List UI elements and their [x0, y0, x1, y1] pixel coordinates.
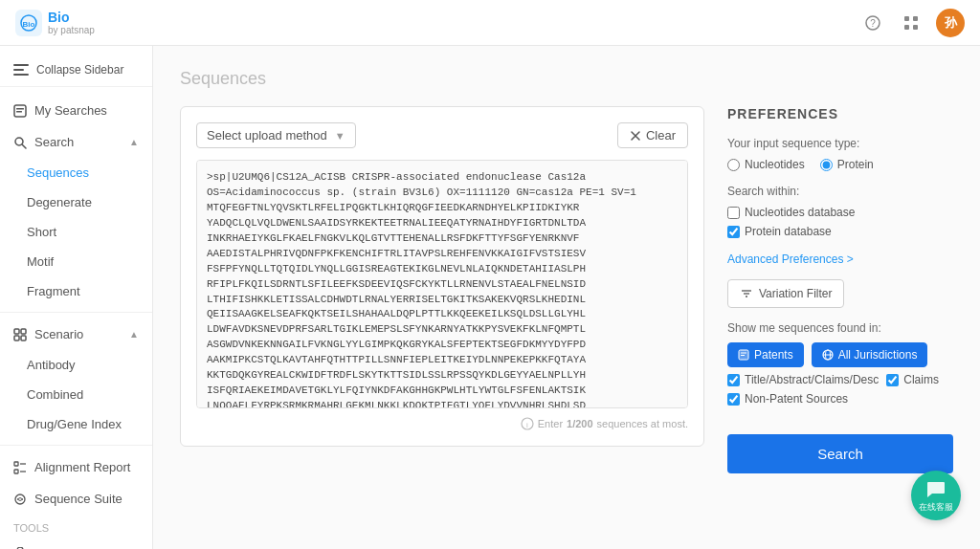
nucleotides-radio[interactable]: Nucleotides — [727, 158, 805, 171]
sidebar-item-scenario[interactable]: Scenario ▲ — [0, 318, 152, 350]
collapse-sidebar-button[interactable]: Collapse Sidebar — [0, 54, 152, 87]
title-abstract-checkbox-input[interactable] — [727, 374, 740, 386]
svg-rect-4 — [904, 16, 909, 21]
protein-db-label: Protein database — [745, 225, 832, 238]
preferences-title: PREFERENCES — [727, 106, 953, 121]
claims-checkbox[interactable]: Claims — [886, 373, 939, 386]
protein-radio-input[interactable] — [820, 159, 833, 171]
sidebar-sub-item-motif[interactable]: Motif — [0, 247, 152, 276]
sequences-sub-label: Sequences — [27, 165, 89, 180]
top-bar-left: Bio Bio by patsnap — [15, 10, 95, 36]
patents-button[interactable]: Patents — [727, 342, 804, 367]
motif-sub-label: Motif — [27, 254, 54, 269]
seq-footer: i Enter 1/200 sequences at most. — [196, 417, 688, 430]
svg-rect-8 — [13, 64, 29, 66]
svg-text:?: ? — [870, 18, 876, 29]
all-jurisdictions-button[interactable]: All Jurisdictions — [812, 342, 928, 367]
sidebar-item-sequence-suite[interactable]: Sequence Suite — [0, 483, 152, 515]
seq-count: 1/200 — [567, 418, 593, 429]
patents-label: Patents — [754, 348, 793, 362]
sidebar-item-search[interactable]: Search ▲ — [0, 126, 152, 158]
sequence-textarea[interactable] — [196, 160, 688, 408]
protein-db-checkbox-input[interactable] — [727, 226, 740, 238]
sidebar: Collapse Sidebar My Searches Search ▲ — [0, 46, 153, 549]
svg-rect-6 — [904, 25, 909, 30]
sidebar-item-alignment-report[interactable]: Alignment Report — [0, 451, 152, 483]
logo-icon: Bio — [15, 10, 42, 36]
sidebar-item-workspace[interactable]: Workspace — [0, 538, 152, 549]
nucleotides-radio-label: Nucleotides — [745, 158, 805, 171]
sequence-suite-label: Sequence Suite — [34, 492, 122, 506]
tools-section-label: Tools — [0, 515, 152, 538]
non-patent-label: Non-Patent Sources — [745, 392, 848, 406]
sidebar-sub-item-antibody[interactable]: Antibody — [0, 350, 152, 380]
protein-radio-label: Protein — [837, 158, 874, 171]
svg-line-15 — [23, 144, 27, 148]
nucleotides-db-checkbox[interactable]: Nucleotides database — [727, 206, 953, 219]
page-title: Sequences — [180, 69, 953, 89]
grid-button[interactable] — [898, 10, 924, 36]
claims-label: Claims — [903, 373, 939, 386]
patents-icon — [738, 349, 749, 361]
sequences-panel: Select upload method ▼ Clear — [180, 106, 704, 473]
logo-text: Bio — [48, 10, 95, 25]
advanced-preferences-link[interactable]: Advanced Preferences > — [727, 253, 854, 266]
clear-btn-label: Clear — [646, 128, 676, 143]
variation-filter-label: Variation Filter — [759, 287, 832, 300]
clear-icon — [630, 130, 641, 142]
found-row-1: Patents All Jurisdictions — [727, 342, 953, 367]
upload-row: Select upload method ▼ Clear — [196, 122, 688, 148]
title-abstract-checkbox[interactable]: Title/Abstract/Claims/Desc — [727, 373, 879, 386]
upload-method-chevron-icon: ▼ — [335, 130, 345, 142]
search-within-label: Search within: — [727, 185, 953, 198]
nucleotides-radio-input[interactable] — [727, 159, 740, 171]
sidebar-sub-item-sequences[interactable]: Sequences — [0, 158, 152, 187]
sidebar-sub-item-degenerate[interactable]: Degenerate — [0, 187, 152, 217]
live-chat-button[interactable]: 在线客服 — [911, 471, 961, 520]
svg-rect-10 — [13, 74, 29, 76]
help-button[interactable]: ? — [859, 10, 886, 36]
short-sub-label: Short — [27, 225, 56, 239]
variation-filter-section: Variation Filter — [727, 279, 953, 308]
sidebar-divider-1 — [0, 312, 152, 313]
fragment-sub-label: Fragment — [27, 284, 80, 298]
input-seq-type-label: Your input sequence type: — [727, 137, 953, 150]
sidebar-sub-item-fragment[interactable]: Fragment — [0, 276, 152, 306]
input-seq-type-section: Your input sequence type: Nucleotides Pr… — [727, 137, 953, 171]
sidebar-sub-item-combined[interactable]: Combined — [0, 380, 152, 409]
alignment-report-label: Alignment Report — [34, 460, 130, 474]
variation-filter-icon — [740, 287, 753, 300]
protein-radio[interactable]: Protein — [820, 158, 874, 171]
svg-rect-17 — [21, 329, 26, 334]
upload-method-label: Select upload method — [207, 128, 327, 143]
avatar[interactable]: 孙 — [936, 9, 965, 37]
all-jurisdictions-label: All Jurisdictions — [838, 348, 918, 362]
info-icon: i — [521, 417, 534, 430]
svg-point-14 — [15, 138, 23, 145]
sidebar-item-my-searches[interactable]: My Searches — [0, 95, 152, 126]
variation-filter-button[interactable]: Variation Filter — [727, 279, 844, 308]
clear-button[interactable]: Clear — [617, 122, 688, 148]
search-chevron-icon: ▲ — [129, 137, 139, 147]
adv-prefs-section: Advanced Preferences > — [727, 252, 953, 266]
svg-rect-18 — [14, 336, 19, 340]
live-chat-label: 在线客服 — [919, 502, 953, 513]
my-searches-label: My Searches — [34, 103, 107, 118]
search-within-checkboxes: Nucleotides database Protein database — [727, 206, 953, 238]
upload-method-select[interactable]: Select upload method ▼ — [196, 122, 356, 148]
protein-db-checkbox[interactable]: Protein database — [727, 225, 953, 238]
logo-sub: by patsnap — [48, 25, 95, 35]
claims-checkbox-input[interactable] — [886, 374, 899, 386]
non-patent-checkbox[interactable]: Non-Patent Sources — [727, 392, 848, 406]
non-patent-checkbox-input[interactable] — [727, 393, 740, 406]
globe-icon — [822, 349, 834, 361]
svg-rect-5 — [913, 16, 918, 21]
nucleotides-db-checkbox-input[interactable] — [727, 207, 740, 219]
sidebar-sub-item-drug-gene-index[interactable]: Drug/Gene Index — [0, 409, 152, 439]
svg-rect-19 — [21, 336, 26, 340]
degenerate-sub-label: Degenerate — [27, 195, 92, 209]
search-label: Search — [34, 135, 74, 149]
combined-label: Combined — [27, 387, 83, 402]
sidebar-sub-item-short[interactable]: Short — [0, 217, 152, 247]
search-button[interactable]: Search — [727, 434, 953, 473]
